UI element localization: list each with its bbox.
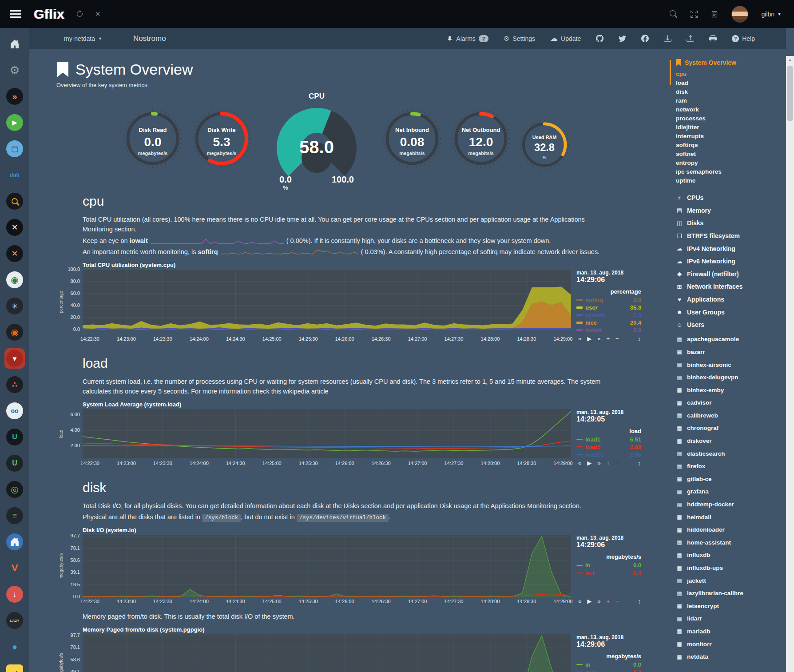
sidebar-app-deluge[interactable]: ◉ bbox=[4, 270, 25, 290]
chart-zoom-in-button[interactable]: + bbox=[606, 598, 610, 604]
menu-app-heimdall[interactable]: ▦heimdall bbox=[676, 511, 773, 524]
chart-play-button[interactable]: ▶ bbox=[587, 460, 592, 466]
gauge-net-inbound[interactable]: Net Inbound0.08megabits/s bbox=[379, 105, 445, 172]
legend-item-load5[interactable]: load52.68 bbox=[576, 444, 641, 450]
menu-item-processes[interactable]: processes bbox=[676, 114, 773, 123]
menu-app-elasticsearch[interactable]: ▦elasticsearch bbox=[676, 447, 773, 460]
menu-section-memory[interactable]: ▤Memory bbox=[676, 204, 773, 217]
export-snapshot-icon[interactable] bbox=[664, 35, 671, 42]
chart-skip-back-button[interactable]: « bbox=[578, 598, 581, 604]
sidebar-app-nextcloud[interactable]: oo bbox=[4, 401, 25, 421]
chart-skip-back-button[interactable]: « bbox=[578, 460, 581, 466]
menu-app-grafana[interactable]: ▦grafana bbox=[676, 485, 773, 498]
chart-resize-handle[interactable]: ↕ bbox=[638, 598, 641, 605]
chart-resize-handle[interactable]: ↕ bbox=[638, 460, 641, 467]
sidebar-app-sabnzbd[interactable]: sab bbox=[4, 663, 25, 672]
menu-section-applications[interactable]: ♥Applications bbox=[676, 293, 773, 306]
chart-zoom-out-button[interactable]: − bbox=[615, 460, 619, 466]
sidebar-app-krusader[interactable]: ∴ bbox=[4, 374, 25, 395]
chart-plot-area[interactable] bbox=[83, 535, 571, 597]
sidebar-app-couchpotato[interactable]: ◎ bbox=[4, 479, 25, 500]
menu-app-netdata[interactable]: ▦netdata bbox=[676, 650, 773, 663]
sidebar-app-airsonic[interactable]: ılıılı bbox=[4, 165, 25, 185]
menu-app-hiddenloader[interactable]: ▦hiddenloader bbox=[676, 523, 773, 536]
menu-app-lidarr[interactable]: ▦lidarr bbox=[676, 612, 773, 625]
legend-item-out[interactable]: out-5.2 bbox=[576, 669, 641, 672]
chart-resize-handle[interactable]: ↕ bbox=[638, 335, 641, 342]
chart-zoom-out-button[interactable]: − bbox=[615, 598, 619, 604]
menu-section-ipv4-networking[interactable]: ☁IPv4 Networking bbox=[676, 242, 773, 255]
menu-section-cpus[interactable]: ⚡CPUs bbox=[676, 191, 773, 204]
menu-app-cadvisor[interactable]: ▦cadvisor bbox=[676, 397, 773, 410]
sidebar-app-unmanic[interactable]: U bbox=[4, 427, 25, 447]
user-menu[interactable]: gilbn▼ bbox=[762, 11, 782, 18]
chart-play-button[interactable]: ▶ bbox=[587, 598, 592, 604]
menu-item-uptime[interactable]: uptime bbox=[676, 176, 773, 185]
legend-item-softirq[interactable]: softirq0.0 bbox=[576, 297, 641, 303]
chart-zoom-in-button[interactable]: + bbox=[606, 460, 610, 466]
menu-app-mariadb[interactable]: ▦mariadb bbox=[676, 625, 773, 638]
legend-item-in[interactable]: in0.0 bbox=[576, 562, 641, 569]
menu-app-gitlab-ce[interactable]: ▦gitlab-ce bbox=[676, 473, 773, 485]
settings-button[interactable]: ⚙Settings bbox=[504, 35, 535, 43]
changelog-icon[interactable] bbox=[711, 11, 718, 18]
menu-app-binhex-emby[interactable]: ▦binhex-emby bbox=[676, 384, 773, 397]
legend-item-iowait[interactable]: iowait0.0 bbox=[576, 327, 641, 334]
sidebar-app-home[interactable] bbox=[4, 34, 25, 54]
menu-app-binhex-airsonic[interactable]: ▦binhex-airsonic bbox=[676, 358, 773, 371]
scrollbar-thumb[interactable] bbox=[787, 66, 793, 121]
page-scrollbar[interactable]: ▲ bbox=[786, 56, 794, 672]
menu-item-load[interactable]: load bbox=[676, 79, 773, 87]
menu-app-jackett[interactable]: ▦jackett bbox=[676, 574, 773, 587]
legend-item-load1[interactable]: load16.51 bbox=[576, 436, 641, 443]
sidebar-app-heimdall[interactable] bbox=[4, 532, 25, 552]
cpu-gauge[interactable]: CPU 58.00.0100.0% bbox=[268, 92, 365, 191]
menu-item-softnet[interactable]: softnet bbox=[676, 150, 773, 159]
menu-app-diskover[interactable]: ▦diskover bbox=[676, 434, 773, 447]
sidebar-app-kodi[interactable]: ✕ bbox=[4, 217, 25, 238]
alarms-button[interactable]: Alarms 2 bbox=[447, 35, 488, 42]
menu-app-chronograf[interactable]: ▦chronograf bbox=[676, 422, 773, 435]
chart-zoom-in-button[interactable]: + bbox=[606, 335, 610, 342]
menu-item-cpu[interactable]: cpu bbox=[676, 70, 773, 79]
legend-item-in[interactable]: in0.0 bbox=[576, 661, 641, 668]
hamburger-menu-icon[interactable] bbox=[10, 8, 21, 20]
sidebar-app-plex[interactable]: » bbox=[4, 86, 25, 107]
menu-section-ipv6-networking[interactable]: ☁IPv6 Networking bbox=[676, 255, 773, 268]
menu-app-home-assistant[interactable]: ▦home-assistant bbox=[676, 536, 773, 549]
menu-app-apacheguacamole[interactable]: ▦apacheguacamole bbox=[676, 333, 773, 346]
chart-plot-area[interactable] bbox=[83, 634, 571, 672]
github-icon[interactable] bbox=[596, 35, 603, 42]
menu-section-users[interactable]: ☺Users bbox=[676, 318, 773, 331]
search-icon[interactable] bbox=[670, 10, 677, 18]
gauge-used-ram[interactable]: Used RAM32.8% bbox=[516, 117, 572, 173]
menu-item-idlejitter[interactable]: idlejitter bbox=[676, 123, 773, 132]
menu-app-monitorr[interactable]: ▦monitorr bbox=[676, 638, 773, 651]
menu-item-ram[interactable]: ram bbox=[676, 96, 773, 105]
menu-app-lazylibrarian-calibre[interactable]: ▦lazylibrarian-calibre bbox=[676, 587, 773, 600]
sidebar-app-downloader[interactable]: ↓ bbox=[4, 584, 25, 604]
chart-zoom-out-button[interactable]: − bbox=[615, 335, 619, 342]
legend-item-out[interactable]: out-5.3 bbox=[576, 569, 641, 576]
menu-app-hddtemp-docker[interactable]: ▦hddtemp-docker bbox=[676, 498, 773, 511]
sidebar-app-drop[interactable]: ● bbox=[4, 636, 25, 657]
menu-section-disks[interactable]: ◫Disks bbox=[676, 217, 773, 230]
user-avatar[interactable] bbox=[731, 6, 748, 23]
print-icon[interactable] bbox=[709, 35, 717, 42]
chart-play-button[interactable]: ▶ bbox=[587, 335, 592, 342]
gauge-disk-read[interactable]: Disk Read0.0megabytes/s bbox=[119, 105, 186, 172]
sidebar-app-unraid[interactable]: U bbox=[4, 453, 25, 473]
menu-app-calibreweb[interactable]: ▦calibreweb bbox=[676, 409, 773, 422]
sidebar-app-gitlab[interactable]: V bbox=[4, 558, 25, 578]
menu-item-ipc-semaphores[interactable]: ipc semaphores bbox=[676, 167, 773, 176]
twitter-icon[interactable] bbox=[619, 35, 626, 42]
menu-app-bazarr[interactable]: ▦bazarr bbox=[676, 346, 773, 358]
sidebar-app-calibre[interactable]: ▤ bbox=[4, 139, 25, 159]
menu-section-network-interfaces[interactable]: ⊞Network Interfaces bbox=[676, 280, 773, 293]
chart-skip-back-button[interactable]: « bbox=[578, 335, 581, 342]
menu-system-overview[interactable]: System Overview bbox=[676, 59, 773, 66]
menu-item-interrupts[interactable]: interrupts bbox=[676, 132, 773, 141]
menu-app-letsencrypt[interactable]: ▦letsencrypt bbox=[676, 600, 773, 612]
help-button[interactable]: ?Help bbox=[732, 35, 755, 42]
menu-section-btrfs-filesystem[interactable]: ❒BTRFS filesystem bbox=[676, 230, 773, 243]
